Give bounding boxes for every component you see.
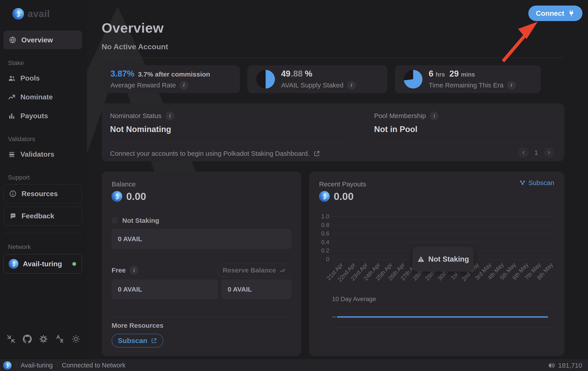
free-label: Free [112, 266, 126, 274]
info-icon[interactable]: i [179, 81, 188, 90]
network-selector[interactable]: Avail-turing [4, 254, 82, 274]
nominator-status-label: Nominator Status [110, 112, 162, 120]
grid-line [332, 242, 554, 242]
grid-line [332, 233, 554, 234]
grid-line [332, 308, 554, 308]
recent-payouts-card: Recent Payouts Subscan 0.00 1.00.80.60.4… [309, 171, 564, 356]
info-icon[interactable]: i [507, 81, 516, 90]
bottom-row: Balance 0.00 Not Staking 0 AVAIL Free i … [102, 171, 564, 356]
chat-bubble-icon [9, 212, 17, 220]
not-staking-checkbox[interactable] [112, 217, 118, 224]
avg-label: 10 Day Average [332, 296, 554, 303]
reserve-amount-box: 0 AVAIL [221, 279, 291, 299]
grid-line [332, 225, 554, 225]
sidebar-item-label: Validators [21, 150, 54, 159]
pool-membership-label: Pool Membership [374, 112, 426, 120]
sidebar-item-label: Resources [21, 190, 58, 198]
sidebar-item-overview[interactable]: Overview [4, 31, 82, 49]
sidebar-item-resources[interactable]: Resources [4, 184, 82, 203]
info-icon[interactable]: i [166, 111, 174, 120]
github-icon[interactable] [23, 335, 32, 343]
block-icon [548, 362, 556, 369]
users-icon [8, 74, 16, 82]
subscan-link-label: Subscan [528, 179, 554, 187]
chevron-right-icon [546, 150, 552, 155]
connect-button[interactable]: Connect [528, 6, 582, 21]
page-next-button[interactable] [544, 148, 554, 158]
trending-up-icon [8, 93, 16, 101]
reserve-amount-value: 0 AVAIL [228, 286, 252, 293]
y-axis-tick: 0.2 [319, 247, 329, 254]
stats-row: 3.87% 3.7% after commission Average Rewa… [102, 65, 541, 93]
network-status-dot [72, 262, 76, 266]
network-name: Avail-turing [23, 260, 68, 268]
sidebar-item-payouts[interactable]: Payouts [0, 106, 87, 125]
supply-unit: % [305, 69, 312, 79]
reserve-balance-label: Reserve Balance [223, 266, 276, 274]
divider [16, 362, 16, 369]
subscan-button[interactable]: Subscan [112, 334, 163, 348]
brand-wordmark: avail [28, 8, 50, 19]
plug-icon [568, 10, 575, 17]
connect-prompt[interactable]: Connect your accounts to begin using Pol… [110, 150, 350, 157]
y-axis-tick: 0.8 [319, 222, 329, 228]
external-link-icon [314, 150, 320, 157]
subscan-icon [519, 180, 526, 186]
collapse-sidebar-icon[interactable] [7, 335, 16, 343]
warning-icon [417, 255, 425, 263]
sidebar-item-pools[interactable]: Pools [0, 69, 87, 88]
sidebar-section-heading: Support [8, 174, 87, 181]
avg-series [332, 316, 554, 318]
sidebar-item-label: Payouts [21, 112, 48, 120]
y-axis-tick: 1.0 [319, 213, 329, 220]
sidebar-item-nominate[interactable]: Nominate [0, 88, 87, 106]
more-resources-label: More Resources [112, 322, 291, 329]
axis-tick [332, 317, 336, 318]
sidebar-item-validators[interactable]: Validators [0, 145, 87, 164]
balance-card: Balance 0.00 Not Staking 0 AVAIL Free i … [102, 171, 301, 356]
avail-token-icon [112, 191, 122, 202]
reserve-balance-button[interactable]: Reserve Balance [217, 263, 291, 277]
info-icon[interactable]: i [347, 81, 356, 90]
stat-card-reward-rate: 3.87% 3.7% after commission Average Rewa… [102, 65, 240, 93]
theme-sun-icon[interactable] [72, 335, 80, 343]
sidebar-sections: StakePoolsNominatePayoutsValidatorsValid… [0, 59, 87, 225]
free-amount-box: 0 AVAIL [112, 279, 218, 299]
sidebar-section-heading: Validators [8, 136, 87, 143]
sidebar-item-label: Pools [21, 74, 40, 82]
brand: avail [12, 8, 87, 20]
era-mins-unit: mins [461, 71, 475, 78]
staked-amount-bar: 0 AVAIL [112, 229, 291, 249]
not-staking-legend: Not Staking [122, 217, 159, 224]
footer-connection-status: Connected to Network [62, 362, 126, 369]
page-prev-button[interactable] [518, 148, 528, 158]
pagination: 1 [374, 148, 554, 158]
recent-payouts-title: Recent Payouts [319, 180, 366, 188]
stat-card-era-time: 6 hrs 29 mins Time Remaining This Era i [395, 65, 541, 93]
supply-int: 49 [281, 69, 290, 79]
avail-token-icon [319, 191, 330, 202]
payouts-amount: 0.00 [334, 190, 354, 202]
info-icon[interactable]: i [130, 266, 138, 275]
grid-line [332, 216, 554, 217]
supply-staked-label: AVAIL Supply Staked [281, 81, 344, 89]
divider [112, 317, 291, 317]
not-staking-overlay: Not Staking [412, 247, 474, 272]
y-axis-tick: 0 [319, 256, 329, 263]
chevron-left-icon [521, 150, 526, 155]
sidebar-item-feedback[interactable]: Feedback [4, 206, 82, 225]
avail-logo-icon [3, 361, 11, 370]
network-heading: Network [8, 244, 87, 251]
page-title: Overview [102, 20, 564, 36]
language-icon[interactable] [55, 335, 64, 343]
avg-line [337, 316, 548, 318]
x-axis-slot: 8th May [542, 259, 554, 287]
reward-rate-label: Average Reward Rate [111, 81, 176, 89]
subscan-link[interactable]: Subscan [519, 179, 554, 187]
settings-gear-icon[interactable] [39, 335, 48, 343]
info-icon[interactable]: i [430, 111, 439, 120]
main-content: Connect Overview No Active Account 3.87%… [87, 0, 588, 360]
y-axis-tick: 0.4 [319, 239, 329, 245]
staked-amount-value: 0 AVAIL [118, 235, 142, 243]
payouts-chart: 1.00.80.60.40.20 Not Staking [332, 216, 554, 259]
